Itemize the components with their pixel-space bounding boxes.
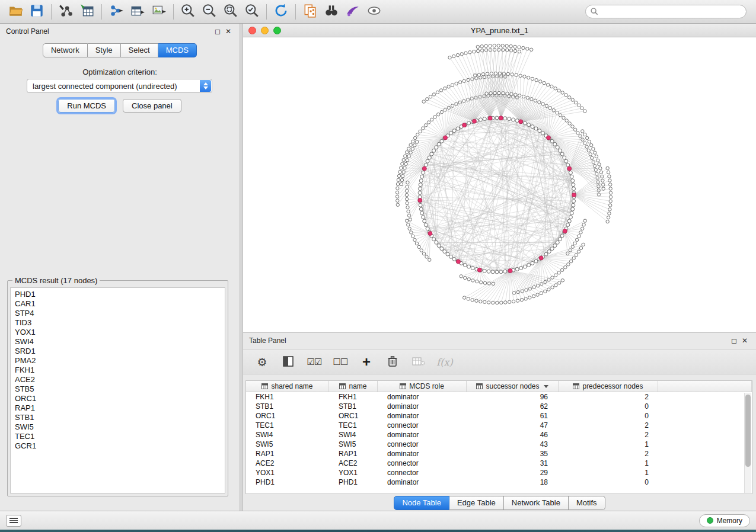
zoom-fit-icon — [223, 3, 238, 20]
table-row[interactable]: YOX1YOX1connector291 — [246, 468, 752, 477]
save-icon — [29, 3, 44, 20]
columns-icon — [282, 355, 295, 370]
fx-icon: f(x) — [436, 357, 452, 368]
column-selector-button[interactable] — [280, 354, 296, 370]
table-cell — [658, 477, 752, 487]
export-table-button[interactable] — [127, 2, 148, 21]
tab-node-table[interactable]: Node Table — [394, 496, 449, 510]
save-session-button[interactable] — [26, 2, 47, 21]
table-row[interactable]: SWI5SWI5connector431 — [246, 440, 752, 449]
mcds-result-item[interactable]: CAR1 — [15, 299, 225, 309]
open-file-button[interactable] — [5, 2, 26, 21]
zoom-out-button[interactable] — [199, 2, 220, 21]
style-brush-icon — [345, 3, 361, 20]
network-canvas[interactable] — [243, 37, 756, 332]
mcds-result-item[interactable]: TID3 — [15, 318, 225, 328]
select-all-button[interactable]: ☑☑ — [306, 354, 323, 370]
mcds-result-item[interactable]: GCR1 — [15, 441, 225, 451]
tab-network[interactable]: Network — [43, 43, 88, 57]
mcds-result-item[interactable]: PHD1 — [15, 290, 225, 299]
tab-style[interactable]: Style — [88, 43, 121, 57]
mcds-result-item[interactable]: SRD1 — [15, 347, 225, 356]
table-delete-icon — [412, 355, 426, 370]
mcds-result-item[interactable]: STP4 — [15, 309, 225, 318]
table-row[interactable]: PHD1PHD1dominator180 — [246, 477, 752, 487]
mcds-result-item[interactable]: PMA2 — [15, 356, 225, 366]
table-cell: 43 — [467, 440, 559, 449]
plus-icon: + — [362, 356, 371, 368]
export-image-button[interactable] — [148, 2, 170, 21]
zoom-in-icon — [180, 3, 196, 20]
table-row[interactable]: TEC1TEC1connector472 — [246, 421, 752, 430]
table-row[interactable]: FKH1FKH1dominator962 — [246, 392, 752, 402]
column-header-predecessor-nodes[interactable]: predecessor nodes — [559, 381, 658, 392]
table-row[interactable]: ACE2ACE2connector311 — [246, 459, 752, 468]
import-table-button[interactable] — [76, 2, 98, 21]
tab-select[interactable]: Select — [121, 43, 158, 57]
table-row[interactable]: RAP1RAP1dominator352 — [246, 449, 752, 459]
table-cell — [658, 421, 752, 430]
export-network-button[interactable] — [106, 2, 127, 21]
show-hide-button[interactable] — [363, 2, 385, 21]
table-cell: 61 — [467, 411, 559, 421]
find-button[interactable] — [321, 2, 342, 21]
float-panel-icon[interactable]: ◻ — [729, 336, 739, 345]
control-panel: Control Panel ◻ ✕ Network Style Select M… — [0, 24, 240, 511]
mcds-result-item[interactable]: RAP1 — [15, 403, 225, 413]
table-row[interactable]: ORC1ORC1dominator610 — [246, 411, 752, 421]
control-panel-header: Control Panel ◻ ✕ — [0, 24, 240, 39]
function-builder-button-disabled: f(x) — [436, 354, 453, 370]
import-network-button[interactable] — [55, 2, 76, 21]
zoom-selected-button[interactable] — [241, 2, 263, 21]
column-header-shared-name[interactable]: shared name — [246, 381, 329, 392]
table-cell: 2 — [559, 430, 658, 440]
refresh-button[interactable] — [270, 2, 292, 21]
float-panel-icon[interactable]: ◻ — [212, 27, 223, 36]
criterion-dropdown[interactable]: largest connected component (undirected) — [27, 79, 212, 93]
trash-icon — [386, 355, 399, 370]
table-scrollbar[interactable] — [744, 393, 751, 493]
mcds-result-list[interactable]: PHD1CAR1STP4TID3YOX1SWI4SRD1PMA2FKH1ACE2… — [10, 287, 225, 493]
memory-button[interactable]: Memory — [699, 514, 750, 527]
network-window-titlebar[interactable]: YPA_prune.txt_1 — [243, 24, 756, 37]
mcds-result-item[interactable]: YOX1 — [15, 328, 225, 337]
zoom-in-button[interactable] — [177, 2, 199, 21]
table-row[interactable]: STB1STB1dominator620 — [246, 402, 752, 411]
table-cell: 29 — [467, 468, 559, 477]
mcds-result-item[interactable]: STB5 — [15, 384, 225, 394]
column-header-successor-nodes[interactable]: successor nodes — [467, 381, 559, 392]
tab-motifs[interactable]: Motifs — [569, 496, 605, 510]
clone-network-button[interactable] — [299, 2, 321, 21]
close-panel-icon[interactable]: ✕ — [223, 27, 234, 36]
tab-network-table[interactable]: Network Table — [504, 496, 569, 510]
zoom-fit-button[interactable] — [220, 2, 241, 21]
column-icon — [339, 383, 346, 389]
status-menu-button[interactable] — [6, 515, 21, 527]
mcds-result-item[interactable]: STB1 — [15, 413, 225, 422]
mcds-result-item[interactable]: ACE2 — [15, 375, 225, 384]
add-column-button[interactable]: + — [358, 354, 375, 370]
mcds-result-item[interactable]: SWI5 — [15, 422, 225, 432]
mcds-result-item[interactable]: ORC1 — [15, 394, 225, 403]
search-input[interactable] — [585, 5, 747, 18]
tab-mcds[interactable]: MCDS — [158, 43, 197, 57]
mcds-result-item[interactable]: SWI4 — [15, 337, 225, 347]
table-cell: dominator — [378, 430, 467, 440]
column-header-mcds-role[interactable]: MCDS role — [378, 381, 467, 392]
table-cell: 35 — [467, 449, 559, 459]
tab-edge-table[interactable]: Edge Table — [449, 496, 504, 510]
delete-column-button[interactable] — [384, 354, 401, 370]
close-panel-icon[interactable]: ✕ — [739, 336, 750, 345]
style-brush-button[interactable] — [342, 2, 363, 21]
mcds-result-item[interactable]: TEC1 — [15, 432, 225, 441]
table-settings-button[interactable]: ⚙ — [254, 354, 270, 370]
scrollbar-thumb[interactable] — [745, 395, 751, 467]
deselect-all-button[interactable]: ☐☐ — [332, 354, 349, 370]
close-panel-button[interactable]: Close panel — [123, 99, 181, 113]
table-row[interactable]: SWI4SWI4dominator462 — [246, 430, 752, 440]
dropdown-stepper-icon — [200, 80, 211, 92]
table-panel-tabs: Node Table Edge Table Network Table Moti… — [243, 496, 756, 510]
mcds-result-item[interactable]: FKH1 — [15, 366, 225, 375]
column-header-name[interactable]: name — [329, 381, 378, 392]
run-mcds-button[interactable]: Run MCDS — [58, 99, 115, 113]
